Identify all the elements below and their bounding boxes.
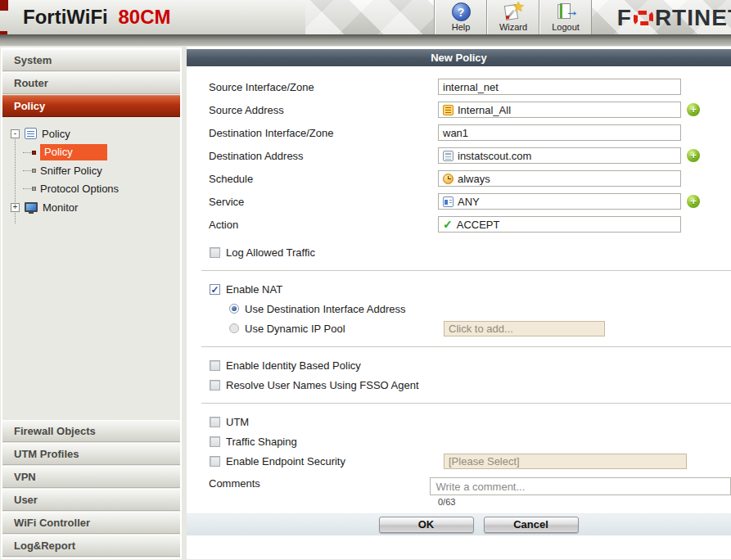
enable-identity-checkbox[interactable] bbox=[210, 360, 220, 371]
fortinet-logo-f: F bbox=[617, 5, 632, 31]
destination-address-input[interactable]: instatscout.com bbox=[438, 147, 681, 164]
enable-nat-row: ✓ Enable NAT bbox=[187, 279, 731, 299]
page-title: New Policy bbox=[187, 49, 731, 66]
utm-checkbox[interactable] bbox=[210, 417, 220, 427]
service-label: Service bbox=[209, 196, 438, 208]
wizard-label: Wizard bbox=[499, 22, 527, 32]
destination-interface-input[interactable]: wan1 bbox=[438, 124, 681, 141]
sidebar: System Router Policy - Policy Policy Sni… bbox=[1, 47, 182, 559]
accept-check-icon: ✓ bbox=[443, 219, 453, 230]
enable-nat-label: Enable NAT bbox=[226, 283, 282, 296]
use-dynamic-label-area: Use Dynamic IP Pool bbox=[229, 323, 438, 335]
destination-address-value: instatscout.com bbox=[458, 150, 531, 162]
destination-interface-label: Destination Interface/Zone bbox=[209, 127, 438, 139]
log-allowed-traffic-checkbox[interactable] bbox=[210, 247, 220, 258]
tree-item-protocol-label[interactable]: Protocol Options bbox=[40, 183, 119, 195]
use-dynamic-ip-pool-row: Use Dynamic IP Pool Click to add... bbox=[187, 318, 731, 338]
collapse-icon[interactable]: - bbox=[11, 129, 20, 138]
help-button[interactable]: ? Help bbox=[435, 0, 487, 35]
dynamic-ip-pool-field[interactable]: Click to add... bbox=[444, 321, 605, 336]
source-address-row: Source Address Internal_All + bbox=[187, 98, 731, 121]
comments-label: Comments bbox=[209, 477, 430, 490]
corner-mark bbox=[0, 0, 8, 11]
enable-endpoint-checkbox[interactable] bbox=[210, 456, 220, 467]
clock-icon bbox=[443, 174, 453, 184]
use-destination-interface-radio[interactable] bbox=[229, 304, 239, 314]
footer-buttons: OK Cancel bbox=[379, 517, 579, 533]
source-address-input[interactable]: Internal_All bbox=[438, 102, 681, 118]
source-address-label: Source Address bbox=[209, 104, 438, 116]
sidebar-item-user[interactable]: User bbox=[2, 489, 180, 511]
sidebar-item-utm-profiles[interactable]: UTM Profiles bbox=[2, 443, 180, 465]
app-header: FortiWiFi 80CM ? Help ★ Wizard → Logout bbox=[0, 0, 731, 35]
logout-icon: → bbox=[555, 2, 576, 21]
sidebar-item-policy[interactable]: Policy bbox=[2, 95, 180, 117]
logout-arrow-icon: → bbox=[566, 4, 579, 19]
add-destination-address-button[interactable]: + bbox=[687, 149, 700, 162]
add-source-address-button[interactable]: + bbox=[687, 103, 700, 116]
service-input[interactable]: ANY bbox=[438, 193, 681, 210]
help-icon: ? bbox=[452, 2, 471, 21]
tree-node-policy-root: - Policy bbox=[11, 124, 180, 143]
bullet-icon bbox=[32, 151, 36, 155]
service-object-icon bbox=[443, 196, 453, 207]
tree-item-sniffer-label[interactable]: Sniffer Policy bbox=[40, 165, 102, 177]
log-allowed-traffic-row: Log Allowed Traffic bbox=[187, 242, 731, 262]
section-divider bbox=[201, 270, 731, 271]
source-interface-row: Source Interface/Zone internal_net bbox=[187, 75, 731, 98]
resolve-fsso-label: Resolve User Names Using FSSO Agent bbox=[226, 379, 419, 391]
sidebar-item-system[interactable]: System bbox=[2, 49, 180, 71]
section-divider bbox=[201, 346, 731, 347]
enable-endpoint-label: Enable Endpoint Security bbox=[226, 455, 345, 467]
wizard-star-icon: ★ bbox=[512, 0, 525, 16]
schedule-value: always bbox=[458, 173, 490, 185]
action-input[interactable]: ✓ ACCEPT bbox=[438, 216, 681, 233]
source-interface-input[interactable]: internal_net bbox=[438, 79, 681, 95]
tree-root-label[interactable]: Policy bbox=[42, 128, 70, 140]
destination-interface-row: Destination Interface/Zone wan1 bbox=[187, 121, 731, 144]
sidebar-item-firewall-objects[interactable]: Firewall Objects bbox=[2, 420, 180, 442]
destination-address-label: Destination Address bbox=[209, 150, 438, 162]
resolve-fsso-checkbox[interactable] bbox=[210, 380, 220, 391]
comments-input[interactable]: Write a comment... bbox=[430, 477, 731, 495]
sidebar-item-router[interactable]: Router bbox=[2, 72, 180, 94]
enable-identity-label: Enable Identity Based Policy bbox=[226, 359, 361, 372]
enable-nat-checkbox[interactable]: ✓ bbox=[210, 284, 220, 295]
source-interface-value: internal_net bbox=[443, 81, 499, 93]
utm-row: UTM bbox=[187, 412, 731, 431]
sidebar-item-log-report[interactable]: Log&Report bbox=[2, 535, 180, 557]
ok-button[interactable]: OK bbox=[379, 517, 474, 533]
log-allowed-traffic-label: Log Allowed Traffic bbox=[226, 246, 315, 259]
wizard-wand-tip bbox=[506, 16, 509, 19]
endpoint-profile-field[interactable]: [Please Select] bbox=[444, 454, 687, 469]
tree-node-monitor: + Monitor bbox=[11, 197, 180, 217]
comments-row: Comments Write a comment... bbox=[187, 477, 731, 495]
action-row: Action ✓ ACCEPT bbox=[187, 213, 731, 236]
source-interface-label: Source Interface/Zone bbox=[209, 81, 438, 93]
policy-list-icon bbox=[25, 128, 37, 139]
traffic-shaping-checkbox[interactable] bbox=[210, 436, 220, 447]
fortinet-logo: F RTINET bbox=[617, 5, 731, 31]
service-value: ANY bbox=[458, 196, 480, 208]
sidebar-item-wifi-controller[interactable]: WiFi Controller bbox=[2, 512, 180, 534]
help-label: Help bbox=[452, 22, 471, 32]
cancel-button[interactable]: Cancel bbox=[484, 517, 579, 533]
add-service-button[interactable]: + bbox=[687, 195, 700, 208]
logout-button[interactable]: → Logout bbox=[539, 0, 592, 35]
schedule-input[interactable]: always bbox=[438, 170, 681, 187]
traffic-shaping-label: Traffic Shaping bbox=[226, 436, 297, 448]
expand-icon[interactable]: + bbox=[11, 203, 20, 212]
wizard-button[interactable]: ★ Wizard bbox=[487, 0, 539, 35]
device-title: FortiWiFi 80CM bbox=[23, 6, 170, 29]
sidebar-item-vpn[interactable]: VPN bbox=[2, 466, 180, 488]
tree-item-sniffer-policy: Sniffer Policy bbox=[32, 161, 180, 179]
tree-monitor-label[interactable]: Monitor bbox=[43, 201, 78, 214]
policy-tree: - Policy Policy Sniffer Policy Protocol … bbox=[2, 118, 180, 217]
tree-item-policy: Policy bbox=[32, 143, 180, 161]
use-dynamic-ip-pool-radio[interactable] bbox=[229, 323, 239, 333]
tree-item-protocol-options: Protocol Options bbox=[32, 179, 180, 197]
monitor-icon bbox=[25, 202, 38, 212]
enable-endpoint-row: Enable Endpoint Security [Please Select] bbox=[187, 451, 731, 471]
tree-item-policy-selected[interactable]: Policy bbox=[40, 144, 107, 160]
bullet-icon bbox=[32, 169, 36, 173]
